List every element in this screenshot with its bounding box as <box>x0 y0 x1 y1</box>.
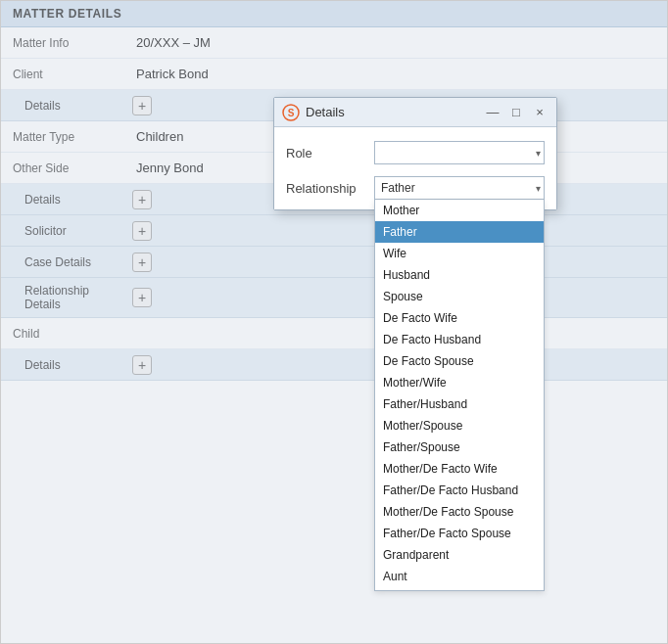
relationship-select[interactable]: Father <box>374 176 545 200</box>
dialog-title: Details <box>306 105 484 119</box>
relationship-select-wrapper[interactable]: Father ▾ Mother Father Wife Husband Spou… <box>374 176 545 200</box>
rel-option-father-spouse[interactable]: Father/Spouse <box>375 437 544 458</box>
rel-option-father[interactable]: Father <box>375 221 544 243</box>
rel-option-de-facto-spouse[interactable]: De Facto Spouse <box>375 350 544 372</box>
rel-option-spouse[interactable]: Spouse <box>375 286 544 307</box>
role-select[interactable] <box>374 141 545 164</box>
rel-option-mother-wife[interactable]: Mother/Wife <box>375 372 544 393</box>
rel-option-father-de-facto-husband[interactable]: Father/De Facto Husband <box>375 480 544 501</box>
rel-option-aunt[interactable]: Aunt <box>375 566 544 587</box>
rel-option-wife[interactable]: Wife <box>375 243 544 264</box>
maximize-button[interactable]: □ <box>507 104 525 121</box>
rel-option-father-husband[interactable]: Father/Husband <box>375 393 544 415</box>
details-dialog: S Details — □ × Role ▾ <box>273 97 557 210</box>
close-button[interactable]: × <box>531 104 549 121</box>
rel-option-de-facto-wife[interactable]: De Facto Wife <box>375 307 544 329</box>
rel-option-grandparent[interactable]: Grandparent <box>375 544 544 566</box>
role-form-row: Role ▾ <box>286 141 545 164</box>
relationship-dropdown[interactable]: Mother Father Wife Husband Spouse De Fac… <box>374 200 545 591</box>
rel-option-husband[interactable]: Husband <box>375 264 544 286</box>
rel-option-de-facto-husband[interactable]: De Facto Husband <box>375 329 544 350</box>
dialog-app-icon: S <box>282 104 300 121</box>
rel-option-father-de-facto-spouse[interactable]: Father/De Facto Spouse <box>375 523 544 544</box>
svg-text:S: S <box>288 108 295 118</box>
matter-panel: MATTER DETAILS Matter Info 20/XXX – JM C… <box>0 0 668 644</box>
role-label: Role <box>286 146 374 161</box>
rel-option-mother[interactable]: Mother <box>375 200 544 221</box>
rel-option-mother-de-facto-spouse[interactable]: Mother/De Facto Spouse <box>375 501 544 523</box>
minimize-button[interactable]: — <box>484 104 501 121</box>
rel-option-mother-de-facto-wife[interactable]: Mother/De Facto Wife <box>375 458 544 480</box>
relationship-label: Relationship <box>286 181 374 196</box>
dialog-body: Role ▾ Relationship Father ▾ <box>274 127 556 209</box>
rel-option-mother-spouse[interactable]: Mother/Spouse <box>375 415 544 437</box>
relationship-form-row: Relationship Father ▾ Mother Father Wife… <box>286 176 545 200</box>
dialog-titlebar: S Details — □ × <box>274 98 556 127</box>
role-select-wrapper[interactable]: ▾ <box>374 141 545 164</box>
rel-option-uncle[interactable]: Uncle <box>375 587 544 591</box>
dialog-window-controls: — □ × <box>484 104 549 121</box>
